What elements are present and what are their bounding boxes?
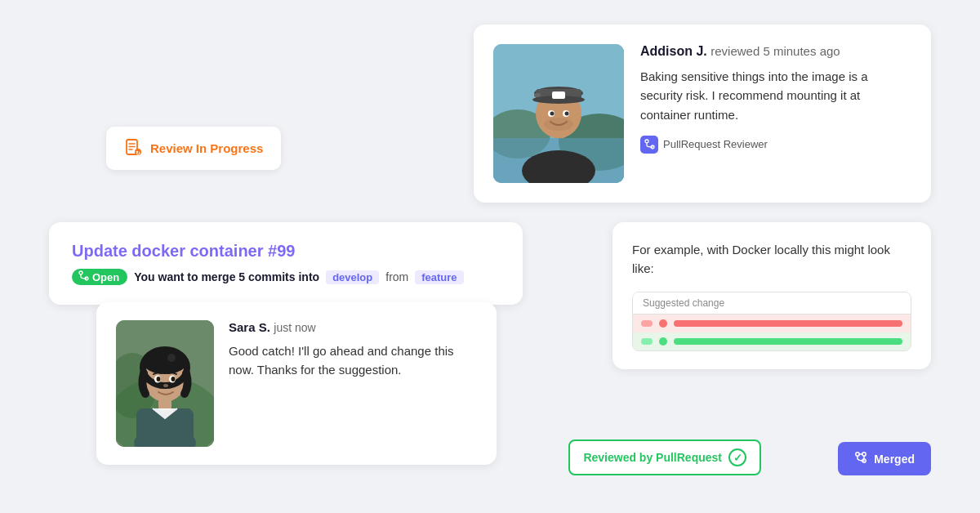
sara-avatar [116,320,214,447]
reviewed-badge: Reviewed by PullRequest ✓ [568,439,761,475]
removed-dot [659,319,667,328]
suggestion-box: Suggested change [632,292,911,351]
svg-point-39 [172,377,176,381]
sara-info: Sara S. just now Good catch! I'll go ahe… [229,320,477,447]
reviewer-name: Addison J. [640,44,707,58]
scene: ↻ Review In Progress [0,0,980,513]
suggestion-text: For example, with Docker locally this mi… [632,240,911,279]
svg-point-40 [163,384,168,387]
pr-title: Update docker container #99 [72,242,500,261]
pullrequest-icon [640,136,658,154]
addison-avatar [493,44,624,183]
reviewer-role-text: PullRequest Reviewer [663,138,768,150]
svg-point-41 [167,354,176,362]
open-badge: Open [72,269,127,285]
suggestion-header: Suggested change [633,292,911,314]
svg-point-22 [544,118,573,131]
pr-meta: Open You want to merge 5 commits into de… [72,269,500,285]
removed-line-sm [641,320,653,327]
suggestion-card: For example, with Docker locally this mi… [612,222,931,369]
open-badge-icon [78,270,89,283]
svg-point-38 [157,377,161,381]
merged-label: Merged [874,453,915,466]
merged-icon [854,451,867,466]
sara-name: Sara S. [229,320,270,334]
suggestion-added-row [633,332,911,350]
svg-point-21 [565,112,569,116]
svg-point-20 [550,112,555,116]
removed-line [674,320,902,327]
suggestion-removed-row [633,314,911,332]
sara-time: just now [274,321,315,334]
reviewed-text: Reviewed by PullRequest [583,451,722,464]
sara-card: Sara S. just now Good catch! I'll go ahe… [96,302,497,465]
reviewer-role: PullRequest Reviewer [640,136,911,154]
reviewer-time: reviewed 5 minutes ago [710,44,840,58]
svg-text:↻: ↻ [136,150,140,156]
reviewer-comment: Baking sensitive things into the image i… [640,67,911,124]
check-circle-icon: ✓ [728,448,746,466]
svg-rect-15 [534,93,541,97]
svg-rect-17 [552,91,565,99]
added-line-sm [641,338,653,345]
review-progress-label: Review In Progress [150,141,263,155]
added-line [674,338,902,345]
review-progress-card[interactable]: ↻ Review In Progress [106,127,281,170]
reviewer-info: Addison J. reviewed 5 minutes ago Baking… [640,44,911,183]
review-progress-icon: ↻ [124,138,142,158]
added-dot [659,337,667,346]
sara-comment: Good catch! I'll go ahead and change thi… [229,341,477,380]
reviewer-card: Addison J. reviewed 5 minutes ago Baking… [474,25,931,203]
pr-card: Update docker container #99 Open You wan… [49,222,523,305]
merged-badge[interactable]: Merged [838,442,931,475]
